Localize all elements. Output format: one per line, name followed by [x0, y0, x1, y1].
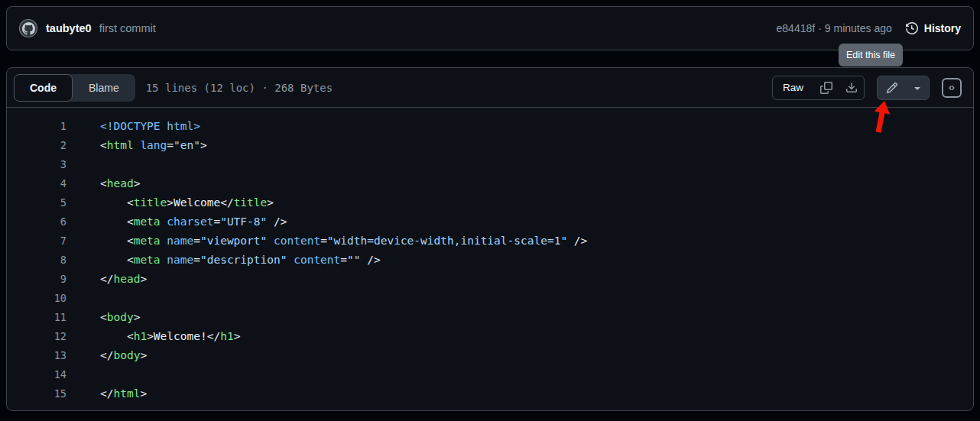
symbols-icon: [946, 83, 957, 93]
latest-commit-bar: taubyte0 first commit e84418f·9 minutes …: [6, 6, 974, 50]
line-number[interactable]: 2: [7, 136, 67, 155]
code-line: 3: [7, 155, 973, 174]
line-content: <meta name="viewport" content="width=dev…: [67, 232, 587, 251]
line-content: <!DOCTYPE html>: [67, 117, 200, 136]
commit-message[interactable]: first commit: [99, 22, 156, 34]
symbols-panel-button[interactable]: [942, 78, 962, 98]
history-label: History: [924, 22, 961, 34]
line-content: </head>: [67, 270, 147, 289]
code-line: 15</html>: [7, 384, 973, 403]
copy-button[interactable]: [813, 76, 839, 99]
line-number[interactable]: 1: [7, 117, 67, 136]
avatar[interactable]: [19, 19, 37, 37]
commit-author[interactable]: taubyte0: [46, 22, 92, 34]
code-line: 11<body>: [7, 308, 973, 327]
code-line: 6 <meta charset="UTF-8" />: [7, 212, 973, 232]
code-line: 2<html lang="en">: [7, 136, 973, 155]
history-button[interactable]: History: [906, 22, 961, 34]
download-icon: [845, 82, 858, 94]
line-content: <meta name="description" content="" />: [67, 251, 381, 270]
code-lines: 1<!DOCTYPE html>2<html lang="en">34<head…: [7, 108, 973, 403]
separator-dot: ·: [818, 22, 822, 34]
code-line: 4<head>: [7, 174, 973, 193]
code-line: 1<!DOCTYPE html>: [7, 117, 973, 136]
dropdown-caret-icon: [911, 82, 923, 94]
edit-dropdown-button[interactable]: [906, 76, 929, 99]
file-meta-info: 15 lines (12 loc) · 268 Bytes: [146, 82, 333, 94]
commit-sha: e84418f: [777, 22, 816, 34]
commit-sha-time: e84418f·9 minutes ago: [777, 22, 892, 34]
line-number[interactable]: 13: [7, 346, 67, 365]
commit-time: 9 minutes ago: [825, 22, 892, 34]
edit-pencil-icon: [886, 82, 898, 94]
code-line: 10: [7, 289, 973, 308]
raw-copy-download-group: Raw: [772, 76, 865, 100]
line-number[interactable]: 3: [7, 155, 67, 174]
edit-tooltip: Edit this file: [839, 44, 903, 66]
github-mark-icon: [22, 22, 35, 35]
code-line: 12 <h1>Welcome!</h1>: [7, 327, 973, 346]
line-content: [67, 289, 100, 308]
copy-icon: [820, 82, 832, 94]
line-content: [67, 155, 100, 174]
file-toolbar: Code Blame 15 lines (12 loc) · 268 Bytes…: [7, 68, 973, 108]
file-content-panel: Code Blame 15 lines (12 loc) · 268 Bytes…: [6, 67, 974, 411]
line-number[interactable]: 4: [7, 174, 67, 193]
code-line: 7 <meta name="viewport" content="width=d…: [7, 232, 973, 251]
code-line: 14: [7, 365, 973, 384]
line-number[interactable]: 14: [7, 365, 67, 384]
code-line: 9</head>: [7, 270, 973, 289]
line-number[interactable]: 12: [7, 327, 67, 346]
line-content: <meta charset="UTF-8" />: [67, 212, 287, 232]
line-content: <h1>Welcome!</h1>: [67, 327, 240, 346]
edit-file-button[interactable]: [878, 76, 906, 99]
code-blame-switcher: Code Blame: [14, 74, 135, 102]
line-number[interactable]: 9: [7, 270, 67, 289]
line-number[interactable]: 6: [7, 212, 67, 232]
tab-code[interactable]: Code: [14, 74, 73, 102]
line-content: <title>Welcome</title>: [67, 193, 274, 212]
code-line: 8 <meta name="description" content="" />: [7, 251, 973, 270]
edit-button-group: [877, 76, 930, 100]
code-line: 5 <title>Welcome</title>: [7, 193, 973, 212]
line-number[interactable]: 8: [7, 251, 67, 270]
history-clock-icon: [906, 22, 918, 34]
line-content: <head>: [67, 174, 140, 193]
line-number[interactable]: 7: [7, 232, 67, 251]
github-file-view: taubyte0 first commit e84418f·9 minutes …: [0, 0, 980, 421]
line-number[interactable]: 5: [7, 193, 67, 212]
line-content: </body>: [67, 346, 147, 365]
line-number[interactable]: 10: [7, 289, 67, 308]
line-number[interactable]: 11: [7, 308, 67, 327]
tab-blame[interactable]: Blame: [73, 74, 135, 102]
line-content: </html>: [67, 384, 147, 403]
line-content: <html lang="en">: [67, 136, 207, 155]
line-number[interactable]: 15: [7, 384, 67, 403]
line-content: <body>: [67, 308, 140, 327]
code-line: 13</body>: [7, 346, 973, 365]
raw-button[interactable]: Raw: [773, 76, 813, 99]
download-button[interactable]: [839, 76, 864, 99]
line-content: [67, 365, 100, 384]
